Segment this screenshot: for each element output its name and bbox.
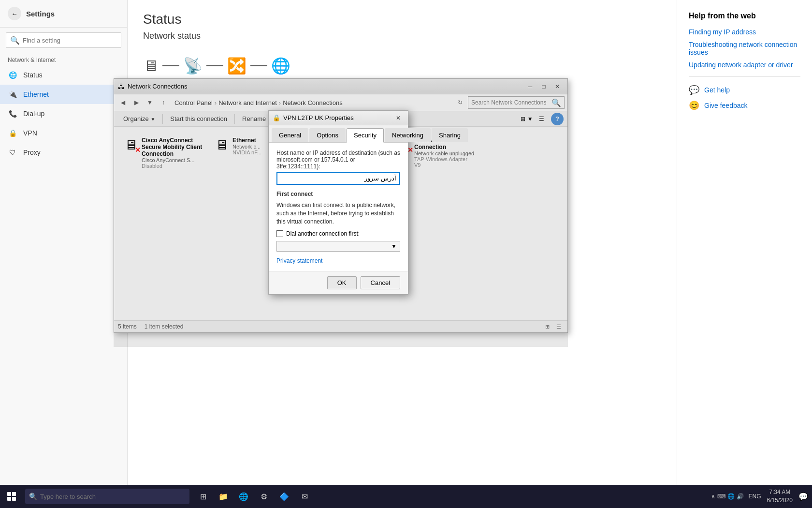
nc-refresh-btn[interactable]: ↻: [454, 97, 466, 108]
nc-item-cisco-name: Cisco AnyConnect Secure Mobility Client …: [142, 137, 203, 157]
breadcrumb-controlpanel[interactable]: Control Panel: [174, 99, 213, 106]
help-link-ip[interactable]: Finding my IP address: [689, 28, 800, 36]
volume-icon[interactable]: 🔊: [737, 493, 744, 500]
nc-search-icon: 🔍: [551, 98, 561, 107]
search-icon: 🔍: [10, 36, 20, 45]
nc-details-btn[interactable]: ☰: [535, 113, 548, 125]
nc-minimize-btn[interactable]: ─: [524, 81, 536, 92]
give-feedback-action[interactable]: 😊 Give feedback: [689, 100, 800, 111]
nc-status-list-view-btn[interactable]: ⊞: [542, 322, 552, 331]
taskbar-clock[interactable]: 7:34 AM 6/15/2020: [763, 488, 797, 505]
give-feedback-label: Give feedback: [704, 102, 748, 109]
nc-selected-text: 1 item selected: [145, 323, 184, 330]
sidebar-item-status[interactable]: 🌐 Status: [0, 65, 127, 85]
extra-btn[interactable]: 🔷: [275, 485, 294, 508]
nc-titlebar: 🖧 Network Connections ─ □ ✕: [114, 79, 567, 94]
vpn-tab-security[interactable]: Security: [347, 128, 384, 143]
task-view-btn[interactable]: ⊞: [193, 485, 213, 508]
vpn-tab-sharing[interactable]: Sharing: [432, 128, 468, 142]
get-help-icon: 💬: [689, 85, 699, 95]
settings-section-label: Network & Internet: [0, 53, 127, 65]
vpn-first-connect-title: First connect: [276, 191, 400, 197]
back-button[interactable]: ←: [8, 7, 21, 20]
settings-btn[interactable]: ⚙: [254, 485, 274, 508]
network-node-switch: 🔀: [227, 57, 246, 75]
breadcrumb-networkconnections[interactable]: Network Connections: [283, 99, 343, 106]
sidebar-item-label-proxy: Proxy: [23, 149, 41, 156]
nc-item-cisco-info: Cisco AnyConnect Secure Mobility Client …: [142, 137, 203, 169]
vpn-tab-options[interactable]: Options: [309, 128, 346, 142]
network-tray-icon[interactable]: 🌐: [727, 493, 735, 500]
nc-forward-btn[interactable]: ▶: [130, 97, 142, 108]
vpn-checkbox-label: Dial another connection first:: [286, 230, 360, 237]
vpn-ok-btn[interactable]: OK: [327, 276, 357, 289]
help-link-adapter[interactable]: Updating network adapter or driver: [689, 61, 800, 69]
nc-search-input[interactable]: [471, 99, 550, 106]
help-section: Help from the web Finding my IP address …: [677, 0, 812, 508]
vpn-title-text: VPN L2TP UK Properties: [283, 114, 390, 121]
file-explorer-btn[interactable]: 📁: [214, 485, 233, 508]
taskbar-time: 7:34 AM: [767, 488, 793, 496]
sidebar-item-label-vpn: VPN: [23, 129, 37, 137]
nc-help-btn[interactable]: ?: [551, 113, 564, 125]
vpn-dial-checkbox[interactable]: [276, 230, 283, 237]
vpn-checkbox-row: Dial another connection first:: [276, 230, 400, 237]
nc-item-cisco-sub: Cisco AnyConnect S...: [142, 157, 203, 163]
nc-title-text: Network Connections: [128, 83, 521, 90]
nc-status-detail-view-btn[interactable]: ☰: [554, 322, 564, 331]
nc-item-ethernet-status: NVIDIA nF...: [232, 149, 261, 155]
taskbar-search-input[interactable]: [40, 493, 186, 500]
sidebar-item-vpn[interactable]: 🔒 VPN: [0, 123, 127, 143]
mail-btn[interactable]: ✉: [295, 485, 314, 508]
help-link-troubleshoot[interactable]: Troubleshooting network connection issue…: [689, 41, 800, 56]
sidebar-item-label-status: Status: [23, 71, 43, 79]
nc-window-buttons: ─ □ ✕: [524, 81, 564, 92]
nc-close-btn[interactable]: ✕: [551, 81, 564, 92]
nc-maximize-btn[interactable]: □: [537, 81, 550, 92]
chrome-btn[interactable]: 🌐: [234, 485, 253, 508]
sidebar-item-ethernet[interactable]: 🔌 Ethernet: [0, 85, 127, 104]
dialup-icon: 📞: [8, 109, 17, 119]
page-title: Status: [143, 12, 661, 27]
svg-rect-1: [12, 492, 16, 496]
lang-indicator[interactable]: ENG: [749, 493, 761, 500]
nc-back-btn[interactable]: ◀: [117, 97, 129, 108]
breadcrumb-sep-2: ›: [279, 99, 281, 106]
breadcrumb-networkinternet[interactable]: Network and Internet: [218, 99, 277, 106]
nc-view-dropdown-btn[interactable]: ⊞ ▼: [520, 113, 534, 125]
nc-breadcrumb[interactable]: Control Panel › Network and Internet › N…: [171, 96, 452, 109]
network-node-internet: 🌐: [271, 57, 290, 75]
vpn-cancel-btn[interactable]: Cancel: [361, 276, 400, 289]
vpn-first-connect-text: Windows can first connect to a public ne…: [276, 201, 400, 225]
nc-statusbar-right: ⊞ ☰: [542, 322, 564, 331]
taskbar-search-box: 🔍: [25, 489, 189, 504]
get-help-action[interactable]: 💬 Get help: [689, 85, 800, 95]
vpn-close-btn[interactable]: ✕: [392, 113, 404, 123]
nc-view-buttons: ⊞ ▼ ☰ ?: [520, 113, 564, 125]
vpn-privacy-link[interactable]: Privacy statement: [276, 257, 400, 264]
nc-statusbar: 5 items 1 item selected ⊞ ☰: [114, 320, 567, 332]
nc-up-btn[interactable]: ↑: [158, 97, 169, 108]
router-icon: 📡: [183, 57, 203, 75]
settings-sidebar: ← Settings 🔍 Network & Internet 🌐 Status…: [0, 0, 128, 508]
start-button[interactable]: [0, 485, 23, 508]
chevron-icon[interactable]: ∧: [711, 493, 715, 500]
nc-item-cisco[interactable]: 🖥 ✕ Cisco AnyConnect Secure Mobility Cli…: [120, 133, 207, 176]
vpn-connection-dropdown[interactable]: ▼: [276, 241, 400, 252]
start-connection-btn[interactable]: Start this connection: [165, 113, 232, 125]
help-title: Help from the web: [689, 12, 800, 20]
settings-search-input[interactable]: [23, 37, 117, 44]
nc-recent-btn[interactable]: ▼: [144, 97, 156, 108]
organize-btn[interactable]: Organize ▼: [118, 113, 160, 125]
vpn-title-icon: 🔒: [273, 114, 280, 121]
sidebar-item-dialup[interactable]: 📞 Dial-up: [0, 104, 127, 123]
nc-item-cisco-status: Disabled: [142, 163, 203, 169]
sidebar-item-label-ethernet: Ethernet: [23, 90, 49, 98]
taskbar-right: ∧ ⌨ 🌐 🔊 ENG 7:34 AM 6/15/2020 💬: [708, 485, 812, 508]
vpn-host-input[interactable]: [276, 172, 400, 185]
breadcrumb-sep-1: ›: [215, 99, 217, 106]
vpn-tab-general[interactable]: General: [272, 128, 308, 142]
notification-btn[interactable]: 💬: [798, 492, 808, 501]
sidebar-item-proxy[interactable]: 🛡 Proxy: [0, 143, 127, 162]
vpn-tab-networking[interactable]: Networking: [385, 128, 431, 142]
